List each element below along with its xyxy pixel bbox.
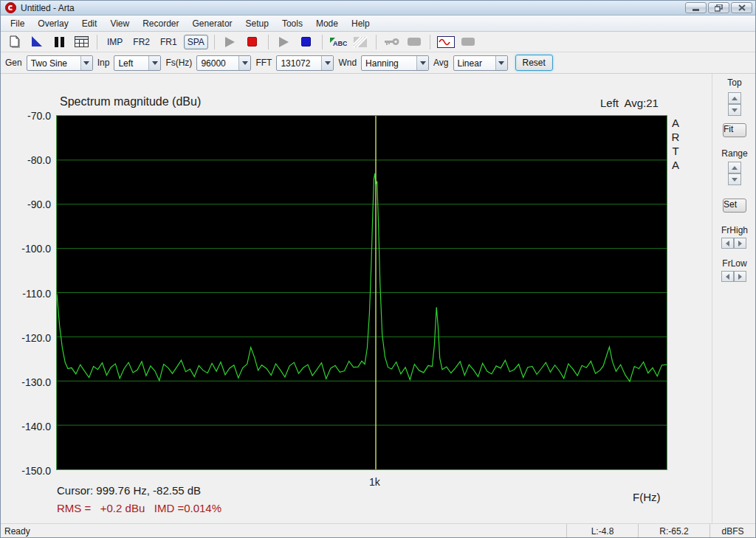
new-document-icon[interactable] xyxy=(5,34,24,50)
minimize-button[interactable] xyxy=(685,2,707,13)
ytick: -90.0 xyxy=(1,199,51,210)
ytick: -130.0 xyxy=(1,376,51,388)
frlow-label: FrLow xyxy=(712,258,756,269)
channel-average-label: Left Avg:21 xyxy=(600,97,659,109)
mode-spa-button[interactable]: SPA xyxy=(184,35,208,49)
generator-select[interactable]: Two Sine xyxy=(27,55,93,71)
chevron-down-icon[interactable] xyxy=(80,56,92,70)
ytick: -80.0 xyxy=(1,154,51,166)
chart-title: Spectrum magnitude (dBu) xyxy=(60,95,201,108)
top-up-button[interactable] xyxy=(728,92,741,104)
arta-window: Untitled - Arta File Overlay Edit View R… xyxy=(0,0,756,538)
menu-generator[interactable]: Generator xyxy=(186,16,239,31)
ytick: -140.0 xyxy=(1,421,51,432)
top-down-button[interactable] xyxy=(728,104,741,116)
wnd-label: Wnd xyxy=(338,58,357,68)
avg-label: Avg xyxy=(433,58,448,68)
chevron-down-icon[interactable] xyxy=(321,56,333,70)
status-unit: dBFS xyxy=(709,524,755,538)
samplerate-select[interactable]: 96000 xyxy=(196,55,251,71)
ytick: -100.0 xyxy=(1,243,51,255)
top-spinner xyxy=(728,92,741,116)
gen-label: Gen xyxy=(5,58,22,68)
frhigh-right-button[interactable] xyxy=(734,238,746,249)
app-icon xyxy=(5,2,16,13)
svg-text:ABC: ABC xyxy=(333,40,347,47)
close-button[interactable] xyxy=(731,2,752,13)
stop-icon[interactable] xyxy=(297,34,316,50)
frlow-right-button[interactable] xyxy=(734,271,746,282)
restore-button[interactable] xyxy=(708,2,729,13)
chevron-down-icon[interactable] xyxy=(495,56,507,70)
mute-icon xyxy=(405,34,424,50)
averaging-select[interactable]: Linear xyxy=(453,55,508,71)
blank-icon xyxy=(458,34,478,50)
chevron-down-icon[interactable] xyxy=(148,56,160,70)
mode-imp-button[interactable]: IMP xyxy=(103,35,126,49)
range-label: Range xyxy=(712,148,756,159)
menu-setup[interactable]: Setup xyxy=(239,16,275,31)
status-ready: Ready xyxy=(1,526,566,537)
frhigh-label: FrHigh xyxy=(712,225,756,235)
frlow-left-button[interactable] xyxy=(721,271,734,282)
pause-icon[interactable] xyxy=(49,34,69,50)
fit-button[interactable]: Fit xyxy=(723,123,746,137)
menu-mode[interactable]: Mode xyxy=(309,16,345,31)
side-panel: Top Fit Range Set FrHigh FrLow xyxy=(712,74,756,523)
sine-generator-icon[interactable] xyxy=(436,34,456,50)
spellcheck-abc-icon[interactable]: ABC xyxy=(329,34,348,50)
table-icon[interactable] xyxy=(72,34,91,50)
set-button[interactable]: Set xyxy=(723,199,746,213)
play-icon[interactable] xyxy=(275,34,294,50)
fs-label: Fs(Hz) xyxy=(165,58,192,68)
rms-imd-readout: RMS = +0.2 dBu IMD =0.014% xyxy=(57,502,221,514)
control-bar: Gen Two Sine Inp Left Fs(Hz) 96000 FFT 1… xyxy=(1,52,755,74)
range-spinner xyxy=(728,162,741,185)
key-icon xyxy=(382,34,402,50)
frhigh-left-button[interactable] xyxy=(721,238,734,249)
status-right-level: R:-65.2 xyxy=(638,524,709,538)
record-icon[interactable] xyxy=(243,34,262,50)
menu-help[interactable]: Help xyxy=(345,16,377,31)
menu-view[interactable]: View xyxy=(103,16,136,31)
xaxis-label: F(Hz) xyxy=(633,491,661,503)
mode-fr1-button[interactable]: FR1 xyxy=(157,35,181,49)
chevron-down-icon[interactable] xyxy=(238,56,250,70)
frlow-spinner xyxy=(721,271,746,282)
range-up-button[interactable] xyxy=(728,162,741,173)
menu-tools[interactable]: Tools xyxy=(275,16,309,31)
frhigh-spinner xyxy=(721,238,746,249)
inp-label: Inp xyxy=(97,58,110,68)
no-overlay-icon xyxy=(351,34,370,50)
fft-label: FFT xyxy=(255,58,272,68)
chevron-down-icon[interactable] xyxy=(416,56,428,70)
status-bar: Ready L:-4.8 R:-65.2 dBFS xyxy=(1,523,755,538)
chart-area: Spectrum magnitude (dBu) Left Avg:21 -70… xyxy=(1,74,755,523)
ytick: -110.0 xyxy=(1,288,51,300)
menu-recorder[interactable]: Recorder xyxy=(136,16,185,31)
cursor-readout: Cursor: 999.76 Hz, -82.55 dB xyxy=(57,484,201,497)
menu-bar: File Overlay Edit View Recorder Generato… xyxy=(1,15,755,32)
ytick: -70.0 xyxy=(1,110,51,122)
window-select[interactable]: Hanning xyxy=(361,55,429,71)
status-left-level: L:-4.8 xyxy=(566,524,638,538)
signal-flag-icon[interactable] xyxy=(27,34,47,50)
input-select[interactable]: Left xyxy=(114,55,161,71)
reset-button[interactable]: Reset xyxy=(515,55,553,71)
ytick: -150.0 xyxy=(1,465,51,477)
window-title: Untitled - Arta xyxy=(21,3,685,13)
spectrum-plot[interactable] xyxy=(56,115,667,470)
menu-edit[interactable]: Edit xyxy=(75,16,104,31)
toolbar: IMP FR2 FR1 SPA ABC xyxy=(1,32,755,52)
arta-brand-vertical: ARTA xyxy=(670,116,681,172)
mode-fr2-button[interactable]: FR2 xyxy=(129,35,154,49)
menu-file[interactable]: File xyxy=(4,16,31,31)
top-label: Top xyxy=(712,77,756,88)
menu-overlay[interactable]: Overlay xyxy=(31,16,75,31)
play-disabled-icon xyxy=(221,34,240,50)
fft-size-select[interactable]: 131072 xyxy=(276,55,334,71)
title-bar: Untitled - Arta xyxy=(1,1,755,15)
ytick: -120.0 xyxy=(1,332,51,344)
xtick-1k: 1k xyxy=(369,476,380,488)
range-down-button[interactable] xyxy=(728,173,741,185)
